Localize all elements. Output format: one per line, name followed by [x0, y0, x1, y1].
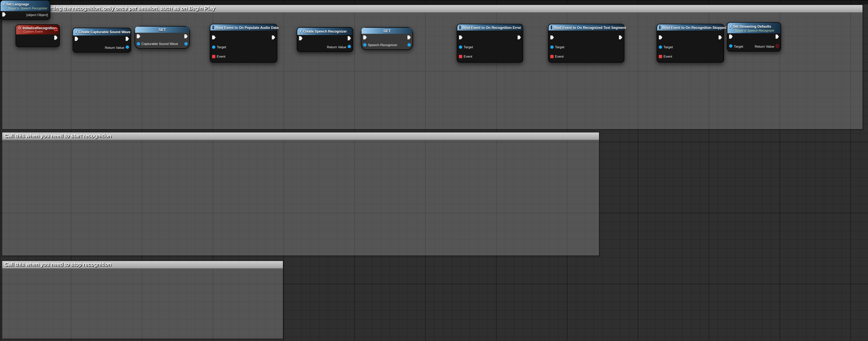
bind-event-icon	[551, 25, 552, 29]
out-pin[interactable]	[518, 35, 521, 39]
pin-label: Event	[555, 54, 564, 58]
in-pin[interactable]	[729, 34, 733, 39]
return-value-pin[interactable]	[126, 46, 129, 49]
vout-pin[interactable]	[407, 43, 411, 46]
pin-label: Target	[217, 45, 226, 49]
out-pin[interactable]	[775, 34, 779, 39]
pin-label: Event	[217, 54, 225, 58]
pin-label: [object Object]	[26, 12, 48, 17]
in-pin[interactable]	[363, 35, 367, 39]
out-pin[interactable]	[347, 36, 351, 40]
out-pin[interactable]	[125, 37, 129, 41]
create_sr-node[interactable]: fCreate Speech RecognizerReturn Value	[297, 27, 353, 52]
out-pin[interactable]	[619, 35, 622, 39]
set-header: SET	[135, 27, 189, 33]
pin-label: Capturable Sound Wave	[142, 41, 178, 46]
bind_stop-node[interactable]: Bind Event to On Recognition StoppedTarg…	[656, 24, 724, 63]
event-pin[interactable]	[659, 55, 662, 58]
pin-label: Return Value	[327, 45, 346, 49]
in-pin[interactable]	[459, 35, 462, 39]
pin-label: Target	[663, 45, 673, 49]
set_sr-node[interactable]: SETSpeech Recognizer	[361, 27, 413, 50]
in-pin[interactable]	[137, 34, 140, 38]
comment-box-c2[interactable]: Call this when you need to start recogni…	[2, 132, 600, 256]
node-subtitle: Target is Speech Recognizer	[735, 29, 778, 32]
comment-title-c1[interactable]: Call this before starting the recognitio…	[2, 5, 862, 13]
node-title: InitializeRecognition	[23, 26, 57, 30]
event-pin[interactable]	[550, 55, 554, 58]
graph-top-strip	[0, 0, 868, 4]
speech-recognizer-pin[interactable]	[363, 43, 366, 46]
pin-label: Speech Recognizer	[368, 42, 397, 47]
in-pin[interactable]	[212, 35, 216, 39]
target-pin[interactable]	[459, 45, 462, 49]
blueprint-graph-canvas[interactable]: Call this before starting the recognitio…	[0, 0, 868, 341]
target-pin[interactable]	[550, 45, 554, 49]
out-pin[interactable]	[54, 35, 58, 40]
out-pin[interactable]	[718, 35, 722, 39]
node-title: Create Capturable Sound Wave	[79, 30, 130, 34]
node-title: Set Language	[6, 2, 29, 6]
set-header: SET	[362, 28, 412, 34]
pin-label: Event	[464, 54, 472, 58]
in-pin[interactable]	[550, 35, 554, 39]
node-title: Bind Event to On Populate Audio Data	[215, 25, 279, 29]
bind-event-icon	[659, 25, 660, 29]
bind_pop-node[interactable]: Bind Event to On Populate Audio DataTarg…	[210, 24, 277, 63]
function-icon: f	[75, 29, 77, 34]
init_event-node[interactable]: ◇InitializeRecognitionCustom Event	[16, 24, 60, 47]
bind_err-node[interactable]: Bind Event to On Recognition ErrorTarget…	[457, 24, 523, 63]
function-icon: f	[3, 1, 4, 6]
pin-label: Return Value	[105, 45, 124, 49]
delegate-pin[interactable]	[54, 28, 58, 31]
out-pin[interactable]	[407, 35, 411, 39]
target-pin[interactable]	[659, 45, 662, 49]
pin-label: Target	[464, 45, 473, 49]
vout-pin[interactable]	[184, 42, 188, 45]
event-icon: ◇	[18, 26, 21, 29]
in-pin[interactable]	[75, 37, 78, 41]
bind_txt-node[interactable]: Bind Event to On Recognized Text Segment…	[548, 24, 624, 63]
out-pin[interactable]	[272, 35, 275, 39]
node-subtitle: Target is Speech Recognizer	[8, 6, 48, 10]
comment-title-c3[interactable]: Call this when you need to stop recognit…	[2, 261, 283, 269]
node-title: Bind Event to On Recognized Text Segment	[554, 25, 626, 29]
event-pin[interactable]	[459, 55, 462, 58]
target-pin[interactable]	[212, 45, 215, 49]
node-title: Set Streaming Defaults	[733, 24, 771, 28]
bind-event-icon	[460, 25, 461, 29]
set_stream-node[interactable]: fSet Streaming DefaultsTarget is Speech …	[727, 22, 781, 51]
pin-label: Event	[663, 54, 672, 58]
in-pin[interactable]	[659, 35, 662, 39]
event-pin[interactable]	[212, 55, 215, 58]
pin-label: Target	[734, 44, 743, 48]
return-value-pin[interactable]	[776, 44, 779, 48]
bind-event-icon	[213, 25, 214, 29]
capturable-sound-wave-pin[interactable]	[137, 42, 140, 45]
node-title: Bind Event to On Recognition Stopped	[662, 25, 726, 29]
return-value-pin[interactable]	[348, 45, 351, 48]
set_csw-node[interactable]: SETCapturable Sound Wave	[135, 26, 190, 49]
pin-label: Return Value	[755, 44, 774, 48]
out-pin[interactable]	[184, 34, 187, 38]
in-pin[interactable]	[299, 36, 302, 40]
node-title: Bind Event to On Recognition Error	[462, 25, 521, 29]
pin-label: Target	[555, 45, 564, 49]
node-subtitle: Custom Event	[23, 30, 57, 33]
target-pin[interactable]	[729, 44, 733, 48]
create_csw-node[interactable]: fCreate Capturable Sound WaveReturn Valu…	[72, 28, 131, 52]
node-title: Create Speech Recognizer	[303, 29, 347, 33]
comment-title-c2[interactable]: Call this when you need to start recogni…	[2, 133, 599, 140]
in-pin[interactable]	[2, 12, 6, 17]
function-icon: f	[300, 29, 301, 34]
comment-box-c3[interactable]: Call this when you need to stop recognit…	[2, 260, 283, 339]
function-icon: f	[730, 24, 732, 29]
